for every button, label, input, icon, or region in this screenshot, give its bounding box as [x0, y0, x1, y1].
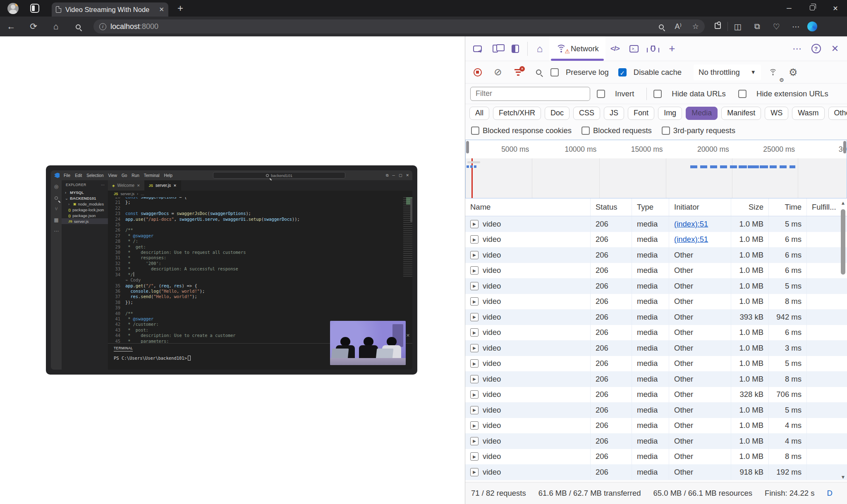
video-player[interactable]: FileEditSelectionViewGoRunTerminalHelp b…: [46, 165, 417, 375]
table-row[interactable]: ▶ video 206 media (index):51 1.0 MB 6 ms: [465, 232, 847, 248]
initiator-link[interactable]: (index):51: [674, 235, 708, 244]
scrollbar-thumb[interactable]: [841, 209, 845, 275]
explorer-item[interactable]: › MYSQL: [62, 189, 108, 195]
filter-input[interactable]: [470, 87, 590, 101]
table-row[interactable]: ▶ video 206 media (index):51 1.0 MB 5 ms: [465, 216, 847, 232]
type-filter-pill[interactable]: Font: [628, 107, 654, 120]
request-name-cell[interactable]: ▶ video: [465, 387, 591, 403]
timeline-overview[interactable]: 5000 ms10000 ms15000 ms20000 ms25000 ms3…: [465, 140, 847, 198]
help-icon[interactable]: ?: [806, 36, 825, 61]
request-name-cell[interactable]: ▶ video: [465, 449, 591, 465]
hide-extension-urls-checkbox[interactable]: [738, 90, 747, 98]
terminal-tab[interactable]: TERMINAL: [114, 346, 133, 351]
type-filter-pill[interactable]: Fetch/XHR: [493, 107, 541, 120]
tab-actions-icon[interactable]: [30, 4, 39, 13]
blocked-filter[interactable]: Blocked response cookies: [471, 126, 577, 135]
invert-checkbox[interactable]: [597, 90, 605, 98]
type-filter-pill[interactable]: Manifest: [721, 107, 761, 120]
type-filter-pill[interactable]: Media: [686, 107, 718, 120]
search-icon[interactable]: [530, 64, 547, 81]
record-button[interactable]: [469, 64, 486, 81]
table-row[interactable]: ▶ video 206 media Other 1.0 MB 8 ms: [465, 449, 847, 465]
table-row[interactable]: ▶ video 206 media Other 1.0 MB 4 ms: [465, 433, 847, 449]
explorer-item[interactable]: › ▣ node_modules: [62, 201, 108, 207]
tab-close-icon[interactable]: ✕: [159, 6, 164, 13]
tab-close-icon[interactable]: ✕: [173, 184, 177, 188]
window-close-button[interactable]: ✕: [824, 5, 847, 12]
refresh-button[interactable]: ⟳: [22, 21, 45, 31]
extensions-icon[interactable]: [708, 22, 727, 31]
explorer-item[interactable]: {} package-lock.json: [62, 207, 108, 213]
request-name-cell[interactable]: ▶ video: [465, 247, 591, 263]
editor-scrollbar[interactable]: [410, 198, 412, 222]
more-options-icon[interactable]: ⋯: [787, 36, 806, 61]
type-filter-pill[interactable]: Wasm: [792, 107, 824, 120]
type-filter-pill[interactable]: CSS: [573, 107, 600, 120]
column-name[interactable]: Name: [465, 198, 591, 216]
timeline-left-handle[interactable]: [466, 141, 469, 153]
table-row[interactable]: ▶ video 206 media Other 1.0 MB 4 ms: [465, 418, 847, 434]
column-fulfilled[interactable]: Fulfill...: [807, 198, 840, 216]
window-minimize-button[interactable]: ─: [778, 5, 801, 12]
tab-network[interactable]: ⚠ Network: [549, 36, 605, 61]
type-filter-pill[interactable]: WS: [765, 107, 788, 120]
request-name-cell[interactable]: ▶ video: [465, 464, 591, 480]
back-button[interactable]: ←: [0, 21, 22, 31]
column-time[interactable]: Time: [769, 198, 807, 216]
invert-label[interactable]: Invert: [615, 89, 634, 98]
new-tab-button[interactable]: +: [177, 2, 183, 14]
console-icon[interactable]: >_: [624, 36, 644, 61]
filter-toggle-icon[interactable]: [510, 64, 526, 81]
disable-cache-checkbox[interactable]: ✓: [618, 68, 627, 76]
copilot-icon[interactable]: [807, 21, 817, 31]
table-row[interactable]: ▶ video 206 media Other 1.0 MB 5 ms: [465, 278, 847, 294]
debugger-bug-icon[interactable]: [644, 36, 663, 61]
favorites-star-icon[interactable]: ☆: [692, 22, 699, 31]
explorer-item[interactable]: {} package.json: [62, 213, 108, 218]
split-screen-icon[interactable]: ◫: [728, 22, 747, 31]
window-restore-button[interactable]: [801, 5, 824, 12]
table-row[interactable]: ▶ video 206 media Other 1.0 MB 5 ms: [465, 402, 847, 418]
throttling-select[interactable]: No throttling ▼: [694, 64, 761, 80]
site-info-icon[interactable]: i: [99, 23, 106, 30]
timeline-right-handle[interactable]: [843, 141, 846, 153]
network-conditions-icon[interactable]: ⚙: [765, 64, 781, 81]
editor-tab[interactable]: JS server.js ✕: [145, 180, 181, 191]
home-button[interactable]: ⌂: [45, 21, 67, 31]
type-filter-pill[interactable]: Other: [828, 107, 847, 120]
table-row[interactable]: ▶ video 206 media Other 1.0 MB 6 ms: [465, 263, 847, 279]
checkbox[interactable]: [581, 127, 590, 135]
settings-more-icon[interactable]: ⋯: [786, 22, 806, 31]
request-name-cell[interactable]: ▶ video: [465, 340, 591, 356]
zoom-icon[interactable]: [659, 23, 664, 30]
tab-close-icon[interactable]: ✕: [137, 184, 140, 188]
browser-essentials-icon[interactable]: ♡: [767, 22, 786, 31]
devtools-close-icon[interactable]: ✕: [825, 36, 845, 61]
device-emulation-icon[interactable]: [487, 36, 506, 61]
table-scrollbar[interactable]: ▲ ▼: [839, 200, 847, 480]
table-row[interactable]: ▶ video 206 media Other 1.0 MB 3 ms: [465, 340, 847, 356]
url-field[interactable]: i localhost:8000 A⁾ ☆: [93, 19, 705, 33]
type-filter-pill[interactable]: All: [469, 107, 489, 120]
table-row[interactable]: ▶ video 206 media Other 328 kB 706 ms: [465, 387, 847, 403]
preserve-log-checkbox[interactable]: [550, 68, 559, 76]
request-name-cell[interactable]: ▶ video: [465, 309, 591, 325]
table-row[interactable]: ▶ video 206 media Other 918 kB 192 ms: [465, 464, 847, 480]
disable-cache-label[interactable]: Disable cache: [634, 68, 682, 77]
checkbox[interactable]: [471, 127, 479, 135]
request-name-cell[interactable]: ▶ video: [465, 325, 591, 341]
table-row[interactable]: ▶ video 206 media Other 1.0 MB 6 ms: [465, 325, 847, 341]
request-name-cell[interactable]: ▶ video: [465, 371, 591, 387]
blocked-filter[interactable]: Blocked requests: [581, 126, 658, 135]
browser-tab[interactable]: Video Streaming With Node ✕: [52, 2, 168, 17]
hide-data-urls-label[interactable]: Hide data URLs: [672, 89, 726, 98]
welcome-tab-icon[interactable]: ⌂: [530, 36, 549, 61]
search-icon[interactable]: [67, 21, 89, 31]
column-status[interactable]: Status: [591, 198, 632, 216]
request-name-cell[interactable]: ▶ video: [465, 263, 591, 279]
inspect-icon[interactable]: [468, 36, 487, 61]
read-aloud-icon[interactable]: A⁾: [675, 22, 681, 31]
scroll-up-icon[interactable]: ▲: [839, 200, 847, 206]
hide-extension-urls-label[interactable]: Hide extension URLs: [756, 89, 828, 98]
column-initiator[interactable]: Initiator: [669, 198, 731, 216]
